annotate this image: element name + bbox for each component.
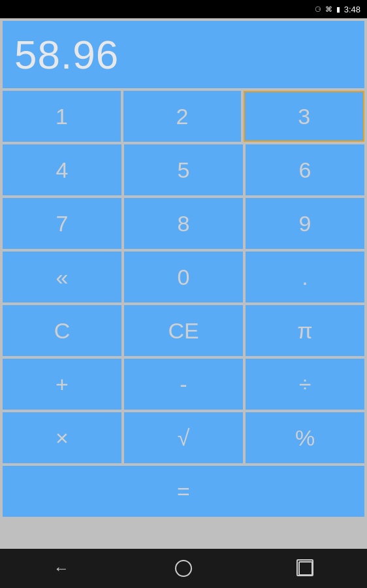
back-icon: ← [54,559,69,578]
btn-divide[interactable]: ÷ [246,359,364,410]
btn-equals[interactable]: = [3,466,364,517]
button-row-4: « 0 . [3,252,364,302]
time-display: 3:48 [344,5,360,14]
operator-pad: C CE π + - ÷ × √ % = [3,305,364,517]
calculator: 58.96 1 2 3 4 5 6 7 8 9 « 0 . C [0,18,367,549]
btn-4[interactable]: 4 [3,144,121,195]
button-row-7: × √ % [3,412,364,463]
home-button[interactable] [164,555,203,581]
button-row-5: C CE π [3,305,364,356]
btn-add[interactable]: + [3,359,121,410]
btn-decimal[interactable]: . [246,252,364,302]
btn-8[interactable]: 8 [124,198,243,249]
nav-bar: ← [0,549,367,588]
btn-pi[interactable]: π [246,305,364,356]
btn-subtract[interactable]: - [124,359,243,410]
number-pad: 1 2 3 4 5 6 7 8 9 « 0 . [3,91,364,302]
wifi-icon: ⌘ [325,5,332,14]
display-value: 58.96 [14,31,119,78]
btn-sqrt[interactable]: √ [124,412,243,463]
btn-ce[interactable]: CE [124,305,243,356]
button-row-6: + - ÷ [3,359,364,410]
btn-6[interactable]: 6 [246,144,364,195]
battery-icon: ▮ [336,5,340,14]
btn-0[interactable]: 0 [124,252,243,302]
display: 58.96 [3,21,364,88]
recent-button[interactable] [286,555,325,581]
btn-7[interactable]: 7 [3,198,121,249]
recent-icon [298,561,313,576]
btn-5[interactable]: 5 [124,144,243,195]
status-bar: ⚆ ⌘ ▮ 3:48 [0,0,367,18]
btn-9[interactable]: 9 [246,198,364,249]
btn-3[interactable]: 3 [244,91,364,142]
btn-percent[interactable]: % [246,412,364,463]
button-row-3: 7 8 9 [3,198,364,249]
button-row-2: 4 5 6 [3,144,364,195]
screenshot-icon: ⚆ [315,5,321,14]
btn-multiply[interactable]: × [3,412,121,463]
back-button[interactable]: ← [42,555,81,581]
btn-backspace[interactable]: « [3,252,121,302]
home-icon [175,560,192,577]
btn-2[interactable]: 2 [123,91,242,142]
btn-1[interactable]: 1 [3,91,121,142]
button-row-8: = [3,466,364,517]
button-row-1: 1 2 3 [3,91,364,142]
btn-clear[interactable]: C [3,305,121,356]
